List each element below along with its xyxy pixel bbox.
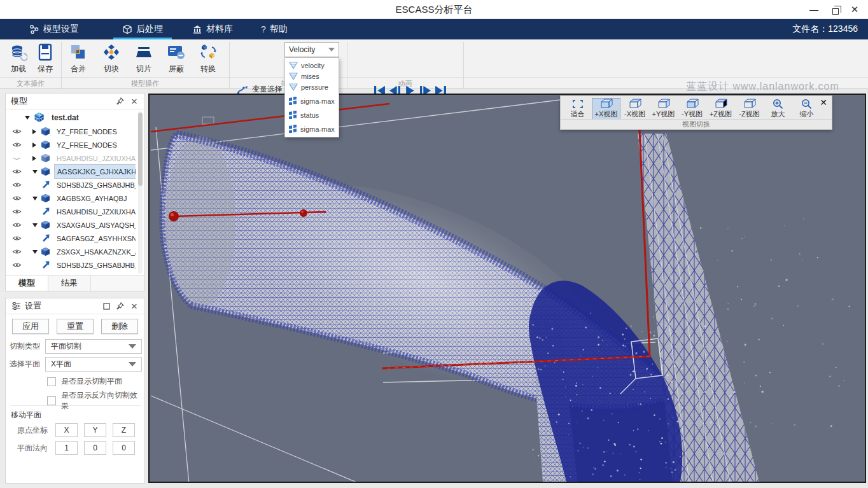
- expander-icon[interactable]: [32, 223, 38, 227]
- cut-block-button[interactable]: 切块: [97, 43, 126, 76]
- tree-item-root[interactable]: test.dat: [6, 110, 136, 125]
- plane-select[interactable]: X平面: [45, 357, 142, 372]
- cut-block-label: 切块: [104, 64, 119, 74]
- zoom-in-button[interactable]: 放大: [764, 98, 792, 120]
- mask-button[interactable]: 屏蔽: [162, 43, 191, 76]
- eye-closed-icon[interactable]: [12, 153, 22, 164]
- dropdown-item-perssure[interactable]: perssure: [285, 81, 339, 92]
- restore-button[interactable]: [826, 3, 845, 17]
- dropdown-item-mises[interactable]: mises: [285, 71, 339, 81]
- origin-z-input[interactable]: [113, 423, 135, 437]
- show-cut-plane-checkbox[interactable]: [47, 377, 56, 386]
- eye-open-icon[interactable]: [12, 220, 22, 230]
- settings-panel-title: 设置: [25, 300, 41, 312]
- viewport-3d-canvas[interactable]: [148, 94, 866, 483]
- eye-open-icon[interactable]: [12, 234, 22, 244]
- menu-item-post-processing[interactable]: 后处理: [122, 19, 163, 39]
- dropdown-item-sigma-max[interactable]: sigma-max: [285, 95, 339, 106]
- tab-result[interactable]: 结果: [48, 275, 91, 291]
- delete-button[interactable]: 删除: [101, 319, 138, 334]
- expander-icon[interactable]: [32, 156, 36, 161]
- reset-button[interactable]: 重置: [57, 319, 94, 334]
- eye-open-icon[interactable]: [12, 167, 22, 177]
- fit-view-button[interactable]: 适合: [563, 98, 592, 120]
- sphere-marker-start[interactable]: [169, 211, 179, 221]
- menu-item-material-library[interactable]: 材料库: [192, 19, 233, 39]
- eye-open-icon[interactable]: [12, 193, 22, 204]
- dropdown-item-status[interactable]: status: [285, 109, 339, 120]
- view-minus-y-button[interactable]: -Y视图: [678, 98, 706, 120]
- expander-icon[interactable]: [32, 129, 36, 134]
- expander-icon[interactable]: [32, 250, 38, 254]
- model-result-tabs: 模型 结果: [6, 275, 144, 291]
- model-panel-header: 模型 ✕: [6, 94, 144, 109]
- menu-item-help[interactable]: ? 帮助: [261, 19, 288, 39]
- model-tree: test.dat YZ_FREE_NODES YZ_FREE_NODES HSA…: [6, 110, 136, 274]
- pin-icon[interactable]: [115, 96, 125, 106]
- convert-button[interactable]: 转换: [193, 43, 223, 76]
- eye-open-icon[interactable]: [12, 127, 22, 137]
- close-icon[interactable]: ✕: [129, 96, 139, 106]
- sphere-marker-mid[interactable]: [300, 209, 307, 217]
- minimize-button[interactable]: —: [804, 3, 823, 17]
- tree-item[interactable]: HSAUHDISU_JZXIUXHAHX: [6, 205, 136, 218]
- view-minus-x-button[interactable]: -X视图: [620, 98, 649, 120]
- view-plus-x-button[interactable]: +X视图: [592, 98, 620, 120]
- view-minus-z-button[interactable]: -Z视图: [735, 98, 764, 120]
- cut-type-select[interactable]: 平面切割: [45, 339, 142, 354]
- load-button[interactable]: 加载: [4, 43, 33, 76]
- eye-open-icon[interactable]: [12, 207, 22, 217]
- menu-item-model-setup[interactable]: 模型设置: [29, 19, 79, 39]
- save-button[interactable]: 保存: [31, 43, 60, 76]
- dropdown-item-label: mises: [301, 73, 319, 80]
- plane-normal-row: 平面法向: [17, 441, 135, 455]
- tree-item[interactable]: YZ_FREE_NODES: [6, 138, 136, 151]
- tree-item[interactable]: HSAUHDISU_JZXIUXHAHX: [6, 151, 136, 165]
- tab-model[interactable]: 模型: [6, 275, 48, 291]
- merge-button[interactable]: 合并: [64, 43, 93, 76]
- mesh-scene: [150, 95, 865, 482]
- origin-y-input[interactable]: [84, 423, 106, 437]
- apply-button[interactable]: 应用: [12, 319, 49, 334]
- expander-icon[interactable]: [25, 116, 30, 120]
- normal-z-input[interactable]: [113, 441, 135, 455]
- expander-icon[interactable]: [32, 197, 38, 200]
- tree-item[interactable]: SDHSBJZS_GHSABJHB_ZAHU: [6, 258, 136, 272]
- slice-button[interactable]: 切片: [129, 43, 158, 76]
- dropdown-item-velocity[interactable]: velocity: [285, 60, 339, 71]
- tree-item[interactable]: SAGFASGZ_ASYHHXSN: [6, 232, 136, 245]
- expander-icon[interactable]: [32, 170, 38, 174]
- view-plus-y-button[interactable]: +Y视图: [649, 98, 678, 120]
- view-button-label: -Z视图: [739, 109, 759, 119]
- pin-icon[interactable]: [115, 301, 125, 311]
- cube-icon: [41, 247, 50, 256]
- normal-y-input[interactable]: [84, 441, 106, 455]
- normal-x-input[interactable]: [55, 441, 78, 455]
- tree-scrollbar[interactable]: [138, 111, 143, 274]
- viewbar-close-icon[interactable]: ✕: [820, 97, 827, 108]
- origin-x-input[interactable]: [55, 423, 78, 437]
- reverse-cut-checkbox[interactable]: [47, 396, 56, 405]
- cube-view-icon: [657, 99, 671, 109]
- eye-open-icon[interactable]: [12, 140, 22, 150]
- tree-item[interactable]: SDHSBJZS_GHSABJHB_ZAHU: [6, 178, 136, 192]
- variable-select-combobox[interactable]: Velocity: [284, 42, 339, 57]
- eye-open-icon[interactable]: [12, 180, 22, 190]
- maximize-icon[interactable]: [101, 301, 111, 311]
- tree-item-label: HSAUHDISU_JZXIUXHAHX: [54, 153, 136, 164]
- close-icon[interactable]: ✕: [129, 301, 139, 311]
- tree-item[interactable]: XAGBSXG_AYHAQBJ: [6, 192, 136, 205]
- tree-item[interactable]: YZ_FREE_NODES: [6, 125, 136, 138]
- eye-open-icon[interactable]: [12, 247, 22, 257]
- expander-icon[interactable]: [32, 143, 36, 148]
- tree-item[interactable]: XSAXGAUS_AISYAQSH_ASHX: [6, 218, 136, 232]
- tree-item[interactable]: ZSXGX_HSAKAZNZXK_AHASX: [6, 245, 136, 258]
- scrollbar-thumb[interactable]: [138, 113, 143, 186]
- dropdown-item-sigma-max-2[interactable]: sigma-max: [285, 123, 339, 134]
- cube-view-icon: [714, 99, 728, 109]
- tree-item-selected[interactable]: AGSGKJKG_GJHXAJKHXA: [6, 165, 136, 178]
- view-plus-z-button[interactable]: +Z视图: [706, 98, 735, 120]
- eye-open-icon[interactable]: [12, 260, 22, 270]
- close-button[interactable]: ✕: [845, 3, 864, 17]
- zoom-out-button[interactable]: 缩小: [792, 98, 821, 120]
